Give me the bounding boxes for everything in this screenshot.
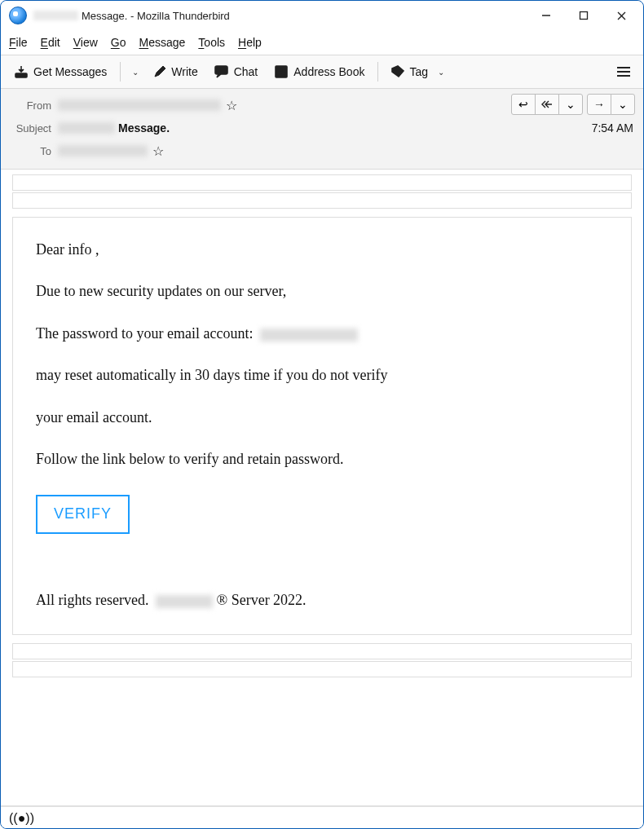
separator [377, 62, 378, 82]
table-row [12, 661, 632, 677]
chevron-down-icon: ⌄ [433, 68, 449, 77]
redacted-text [58, 122, 115, 134]
email-line: The password to your email account: [36, 324, 608, 343]
menu-help[interactable]: Help [238, 36, 262, 49]
online-status-icon[interactable]: ((●)) [9, 811, 34, 826]
star-icon[interactable]: ☆ [226, 98, 237, 113]
menu-message[interactable]: Message [139, 36, 186, 49]
thunderbird-icon [9, 7, 27, 24]
menu-view[interactable]: View [73, 36, 98, 49]
svg-point-7 [280, 68, 283, 72]
menu-tools[interactable]: Tools [198, 36, 225, 49]
menu-go[interactable]: Go [111, 36, 126, 49]
write-button[interactable]: Write [147, 59, 204, 85]
separator [120, 62, 121, 82]
email-text: ® Server 2022. [216, 592, 306, 608]
svg-rect-4 [15, 73, 27, 77]
email-line: Follow the link below to verify and reta… [36, 450, 608, 469]
address-book-icon [274, 65, 289, 78]
from-label: From [9, 99, 58, 112]
to-row: To ☆ [9, 139, 635, 162]
to-value: ☆ [58, 143, 164, 159]
window-title-text: Message. - Mozilla Thunderbird [82, 10, 230, 22]
svg-rect-1 [580, 12, 588, 20]
svg-point-8 [395, 68, 396, 70]
subject-row: Subject Message. [9, 117, 635, 139]
app-menu-button[interactable] [611, 59, 637, 85]
write-label: Write [171, 65, 197, 78]
tag-button[interactable]: Tag ⌄ [385, 59, 456, 85]
reply-all-button[interactable] [535, 94, 559, 115]
message-nav: ↩ ⌄ → ⌄ [507, 94, 635, 115]
tag-label: Tag [409, 65, 428, 78]
message-body-area: PC risk.com Dear info , Due to new secur… [1, 170, 643, 806]
redacted-text [156, 595, 213, 608]
window-title: Message. - Mozilla Thunderbird [33, 10, 230, 22]
subject-text: Message. [118, 121, 170, 134]
email-text: The password to your email account: [36, 325, 257, 342]
chat-label: Chat [234, 65, 258, 78]
email-body: Dear info , Due to new security updates … [12, 217, 632, 635]
pencil-icon [153, 65, 166, 78]
address-book-label: Address Book [293, 65, 364, 78]
star-icon[interactable]: ☆ [152, 143, 164, 159]
chat-button[interactable]: Chat [208, 59, 265, 85]
table-row [12, 643, 632, 659]
chat-icon [214, 65, 229, 78]
tag-icon [391, 65, 404, 78]
forward-button[interactable]: → [587, 94, 611, 115]
address-book-button[interactable]: Address Book [267, 59, 371, 85]
verify-link-button[interactable]: VERIFY [36, 495, 130, 533]
message-timestamp: 7:54 AM [592, 121, 633, 134]
get-messages-dropdown[interactable]: ⌄ [127, 68, 143, 77]
redacted-text [33, 11, 78, 20]
email-text: All rights reserved. [36, 592, 152, 608]
statusbar: ((●)) [1, 806, 643, 829]
table-row [12, 174, 632, 191]
subject-label: Subject [9, 122, 58, 134]
get-messages-label: Get Messages [33, 65, 107, 78]
table-row [12, 192, 632, 209]
from-value: ☆ [58, 98, 237, 113]
message-headers: ↩ ⌄ → ⌄ From ☆ Subject Message. To ☆ 7:5… [1, 89, 643, 170]
email-footer: All rights reserved. ® Server 2022. [36, 591, 608, 610]
download-icon [14, 64, 29, 79]
email-line: may reset automatically in 30 days time … [36, 366, 608, 385]
toolbar: Get Messages ⌄ Write Chat Address Book [1, 55, 643, 89]
email-line: Due to new security updates on our serve… [36, 282, 608, 301]
reply-button[interactable]: ↩ [511, 94, 536, 115]
get-messages-button[interactable]: Get Messages [7, 59, 113, 85]
redacted-text [58, 99, 221, 111]
subject-value: Message. [58, 121, 170, 134]
email-greeting: Dear info , [36, 240, 608, 259]
window-close-button[interactable] [602, 2, 640, 29]
menu-edit[interactable]: Edit [41, 36, 60, 49]
redacted-text [260, 329, 358, 342]
menubar: File Edit View Go Message Tools Help [1, 30, 643, 55]
window-titlebar: Message. - Mozilla Thunderbird [1, 1, 643, 30]
to-label: To [9, 145, 58, 157]
forward-dropdown[interactable]: ⌄ [611, 94, 635, 115]
menu-file[interactable]: File [9, 36, 28, 49]
redacted-text [58, 145, 148, 157]
svg-rect-5 [215, 66, 227, 74]
reply-dropdown[interactable]: ⌄ [558, 94, 583, 115]
message-content: Dear info , Due to new security updates … [1, 170, 643, 684]
window-maximize-button[interactable] [565, 2, 602, 29]
window-minimize-button[interactable] [527, 2, 565, 29]
email-line: your email account. [36, 408, 608, 427]
